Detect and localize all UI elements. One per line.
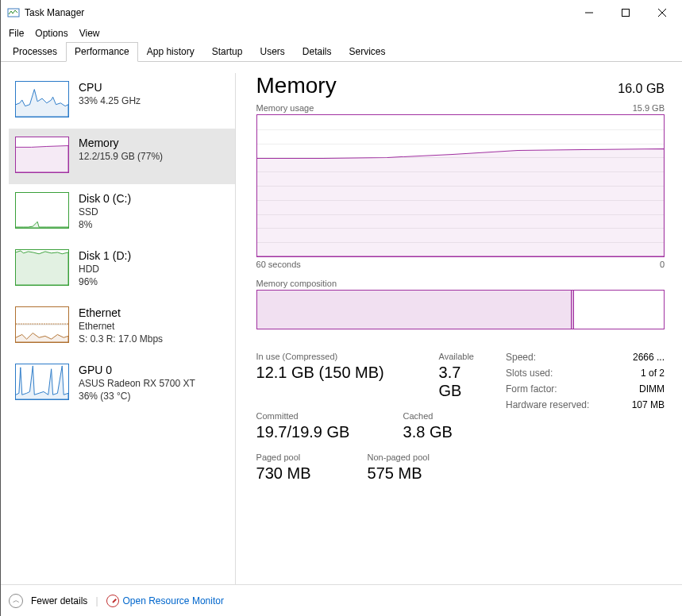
tab-users[interactable]: Users [251,42,293,62]
gpu-thumb [15,364,69,400]
sidebar-disk0-title: Disk 0 (C:) [79,192,131,205]
sidebar-item-cpu[interactable]: CPU 33% 4.25 GHz [9,73,235,129]
nonpaged-value: 575 MB [368,464,430,483]
open-resource-monitor-link[interactable]: Open Resource Monitor [106,595,224,607]
sidebar-disk1-sub1: HDD [79,264,131,275]
available-value: 3.7 GB [439,364,474,400]
slots-value: 1 of 2 [641,368,665,379]
paged-value: 730 MB [256,464,344,483]
disk1-thumb [15,249,69,286]
window-title: Task Manager [25,7,571,18]
menu-file[interactable]: File [9,28,24,39]
titlebar[interactable]: Task Manager [1,0,682,25]
tab-bar: Processes Performance App history Startu… [1,41,682,62]
tab-performance[interactable]: Performance [66,42,138,62]
tab-processes[interactable]: Processes [4,42,66,62]
axis-left: 60 seconds [256,260,301,269]
form-label: Form factor: [506,383,557,395]
cpu-thumb [15,81,69,117]
menu-options[interactable]: Options [35,28,67,39]
sidebar-item-memory[interactable]: Memory 12.2/15.9 GB (77%) [9,129,235,184]
app-icon [7,6,20,19]
fewer-details-button[interactable]: Fewer details [31,595,87,606]
footer: ︿ Fewer details | Open Resource Monitor [1,584,682,616]
form-value: DIMM [639,383,665,395]
minimize-button[interactable] [571,1,607,25]
memory-total: 16.0 GB [618,82,665,96]
ethernet-thumb [15,306,69,343]
memory-composition-chart [256,290,665,329]
sidebar-ethernet-sub2: S: 0.3 R: 17.0 Mbps [79,333,163,345]
sidebar-ethernet-title: Ethernet [79,306,163,319]
sidebar-item-gpu[interactable]: GPU 0 ASUS Radeon RX 5700 XT 36% (33 °C) [9,356,235,413]
sidebar-cpu-title: CPU [79,81,141,94]
sidebar-gpu-sub1: ASUS Radeon RX 5700 XT [79,378,195,389]
vertical-divider [235,73,236,584]
committed-value: 19.7/19.9 GB [256,423,380,441]
main-panel: Memory 16.0 GB Memory usage 15.9 GB 60 s… [241,73,674,584]
available-label: Available [439,352,474,361]
sidebar-disk0-sub1: SSD [79,206,131,218]
cached-label: Cached [403,411,453,421]
nonpaged-label: Non-paged pool [368,452,430,462]
reserved-value: 107 MB [632,399,665,410]
inuse-label: In use (Compressed) [256,352,415,361]
sidebar-cpu-sub: 33% 4.25 GHz [79,95,141,106]
sidebar-item-disk1[interactable]: Disk 1 (D:) HDD 96% [9,241,235,298]
usage-chart-label: Memory usage [256,103,314,113]
reserved-label: Hardware reserved: [506,399,589,410]
tab-services[interactable]: Services [341,42,395,62]
svg-rect-2 [622,10,630,17]
maximize-button[interactable] [607,1,644,25]
composition-label: Memory composition [256,279,337,288]
committed-label: Committed [256,411,380,421]
axis-right: 0 [660,260,665,269]
sidebar-disk0-sub2: 8% [79,219,131,230]
performance-sidebar: CPU 33% 4.25 GHz Memory 12.2/15.9 GB (77… [9,73,235,584]
usage-chart-max: 15.9 GB [633,103,665,113]
inuse-value: 12.1 GB (150 MB) [256,364,415,382]
speed-value: 2666 ... [633,352,665,363]
sidebar-memory-sub: 12.2/15.9 GB (77%) [79,151,163,162]
tab-app-history[interactable]: App history [138,42,203,62]
memory-usage-chart [256,114,665,257]
close-button[interactable] [644,1,680,25]
resource-monitor-icon [106,595,119,607]
sidebar-gpu-sub2: 36% (33 °C) [79,391,195,402]
paged-label: Paged pool [256,452,344,462]
sidebar-disk1-title: Disk 1 (D:) [79,249,131,262]
menu-view[interactable]: View [79,28,100,39]
speed-label: Speed: [506,352,536,363]
chevron-up-icon[interactable]: ︿ [9,594,23,608]
cached-value: 3.8 GB [403,423,453,441]
sidebar-item-ethernet[interactable]: Ethernet Ethernet S: 0.3 R: 17.0 Mbps [9,298,235,356]
page-title: Memory [256,73,337,98]
sidebar-disk1-sub2: 96% [79,276,131,287]
slots-label: Slots used: [506,368,553,379]
disk0-thumb [15,192,69,229]
sidebar-ethernet-sub1: Ethernet [79,321,163,332]
tab-details[interactable]: Details [294,42,341,62]
sidebar-gpu-title: GPU 0 [79,364,195,376]
memory-thumb [15,137,69,173]
tab-startup[interactable]: Startup [203,42,252,62]
sidebar-memory-title: Memory [79,137,163,149]
sidebar-item-disk0[interactable]: Disk 0 (C:) SSD 8% [9,184,235,241]
